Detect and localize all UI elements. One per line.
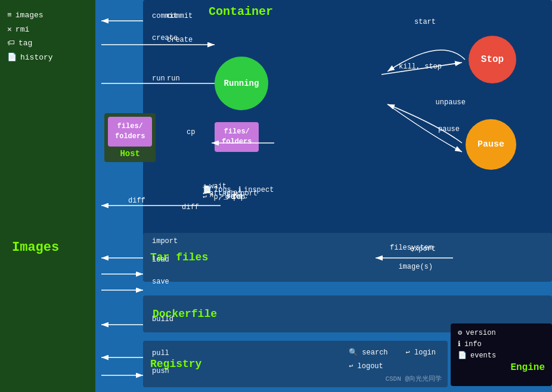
stop-state: Stop [469,36,516,83]
build-label: build [152,315,173,323]
host-label: Host [108,149,152,158]
host-files-box: files/folders [108,117,152,147]
logout-icon: ↩ [349,362,353,371]
images-label: image(s) [398,263,433,271]
commands-area: ⚓wait 📄logs ℹinspect ↩attach ⇌port ≡ps ↩… [203,182,489,192]
cp-label: cp [187,128,195,136]
doc-icon: 📄 [458,351,467,360]
pause-state: Pause [466,119,516,170]
login-cmd: ↩ login [406,348,436,357]
sidebar-item-images[interactable]: ≡ images [7,11,44,20]
sidebar-item-rmi[interactable]: ✕ rmi [7,24,29,34]
search-cmd: 🔍 search [349,348,387,357]
commit-outside-label: commit [152,12,178,20]
rmi-icon: ✕ [7,24,12,34]
ctrlpq-icon: ↩ [203,192,207,201]
run-label: run [167,74,180,83]
kill-stop-label: kill, stop [399,63,442,71]
main-container: ≡ images ✕ rmi 🏷 tag 📄 history Images [0,0,552,392]
start-label: start [414,18,436,26]
engine-info: ℹ info [458,340,545,349]
engine-label: Engine [458,362,545,373]
images-icon: ≡ [7,11,12,20]
gear-icon: ⚙ [458,328,462,337]
host-box: files/folders Host [104,113,156,162]
import-label: import [152,237,178,245]
search-icon: 🔍 [349,349,358,357]
main-area: Container Running Stop Pause start kill,… [95,0,552,392]
diff-outside-label: diff [128,197,145,205]
container-files-box: files/folders [215,122,259,152]
tar-section: Tar files filesystem image(s) [143,233,552,282]
exec-icon: >_ [219,192,228,201]
sidebar: ≡ images ✕ rmi 🏷 tag 📄 history Images [0,0,95,392]
running-state: Running [215,57,268,110]
sidebar-item-rmi-label: rmi [15,25,29,34]
push-label: push [152,367,169,375]
info-icon: ℹ [458,340,461,349]
load-label: load [152,256,169,264]
cmd-exec: >_exec [219,192,247,201]
watermark: CSDN @向光光同学 [385,374,442,383]
logout-cmd: ↩ logout [349,362,383,371]
create-outside-label: create [152,34,178,42]
diff-label: diff [182,203,199,211]
engine-version: ⚙ version [458,328,545,337]
engine-events: 📄 events [458,351,545,360]
sidebar-item-tag[interactable]: 🏷 tag [7,39,32,48]
sidebar-item-tag-label: tag [18,39,32,48]
login-icon: ↩ [406,349,410,357]
container-section: Container Running Stop Pause start kill,… [143,0,552,250]
engine-box: ⚙ version ℹ info 📄 events Engine [451,323,552,386]
sidebar-item-history-label: history [20,53,53,62]
tag-icon: 🏷 [7,39,15,48]
export-label: export [410,245,436,253]
unpause-label: unpause [436,98,466,107]
save-label: save [152,278,169,286]
history-icon: 📄 [7,52,17,62]
run-outside-label: run [152,74,165,83]
sidebar-item-history[interactable]: 📄 history [7,52,53,62]
images-section-label: Images [12,240,59,255]
container-title: Container [209,5,273,18]
sidebar-item-images-label: images [15,11,44,20]
pause-label: pause [438,125,460,133]
pull-label: pull [152,349,169,357]
